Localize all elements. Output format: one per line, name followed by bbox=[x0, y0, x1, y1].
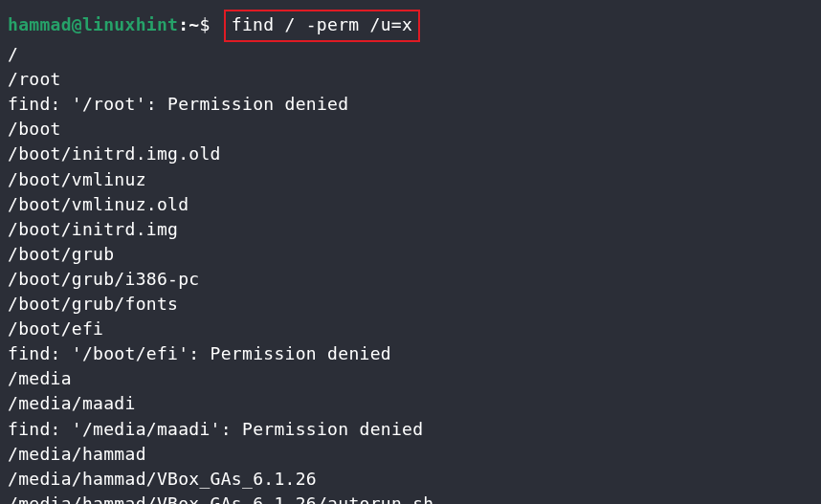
output-line: /boot/vmlinuz.old bbox=[8, 192, 813, 217]
prompt-symbol: $ bbox=[199, 14, 210, 34]
command-line: hammad@linuxhint:~$ find / -perm /u=x bbox=[8, 10, 813, 42]
output-line: /boot/initrd.img bbox=[8, 217, 813, 242]
output-line: / bbox=[8, 42, 813, 67]
output-line: find: '/media/maadi': Permission denied bbox=[8, 417, 813, 442]
output-line: /media/hammad/VBox_GAs_6.1.26/autorun.sh bbox=[8, 492, 813, 504]
output-line: /boot/vmlinuz bbox=[8, 167, 813, 192]
output-block: / /root find: '/root': Permission denied… bbox=[8, 42, 813, 504]
output-line: /media/maadi bbox=[8, 391, 813, 416]
output-line: /media/hammad/VBox_GAs_6.1.26 bbox=[8, 467, 813, 492]
output-line: find: '/root': Permission denied bbox=[8, 92, 813, 117]
command-highlight-box: find / -perm /u=x bbox=[224, 10, 420, 42]
output-line: /boot/grub/i386-pc bbox=[8, 267, 813, 292]
output-line: /boot/grub/fonts bbox=[8, 292, 813, 317]
terminal-content: hammad@linuxhint:~$ find / -perm /u=x / … bbox=[8, 10, 813, 504]
output-line: /boot bbox=[8, 117, 813, 142]
output-line: /root bbox=[8, 67, 813, 92]
prompt-path: ~ bbox=[189, 14, 199, 34]
prompt-user: hammad@linuxhint bbox=[8, 14, 178, 34]
output-line: /boot/grub bbox=[8, 242, 813, 267]
output-line: find: '/boot/efi': Permission denied bbox=[8, 341, 813, 366]
output-line: /boot/efi bbox=[8, 317, 813, 341]
output-line: /media/hammad bbox=[8, 442, 813, 467]
output-line: /boot/initrd.img.old bbox=[8, 142, 813, 166]
output-line: /media bbox=[8, 366, 813, 391]
command-text[interactable]: find / -perm /u=x bbox=[232, 14, 412, 34]
prompt-separator: : bbox=[178, 14, 189, 34]
